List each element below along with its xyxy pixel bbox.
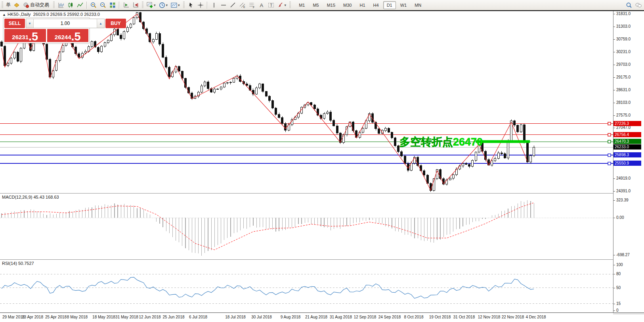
one-click-trading-panel: SELL ▼ ▲ BUY 26231.5 26244.5 (3, 17, 90, 43)
svg-text:E: E (243, 6, 245, 8)
rsi-chart[interactable] (0, 261, 613, 312)
macd-chart[interactable] (0, 194, 613, 259)
arrows-button[interactable]: ▾ (276, 1, 288, 10)
toolbar-grip (2, 2, 3, 9)
axis-tick-label: 29703.0 (613, 62, 631, 67)
axis-tick-label: 0 (613, 308, 619, 313)
toolbar-separator (119, 2, 120, 9)
buy-price-main: 26244 (55, 33, 71, 42)
zoom-in-button[interactable] (89, 1, 98, 10)
timeframe-button-M15[interactable]: M15 (323, 1, 339, 9)
candlestick-chart[interactable]: 多空转折点26470 (0, 11, 613, 193)
chart-title: ▲HK50-,Daily 26029.0 26269.5 25992.0 262… (2, 12, 100, 17)
rsi-label: RSI(14) 50.7527 (2, 261, 34, 266)
toolbar-button-group: 单自动交易▾▾▾EFAT▾ (0, 0, 292, 10)
volume-input[interactable] (33, 19, 97, 28)
timeframe-button-MN[interactable]: MN (411, 1, 425, 9)
main-toolbar: 单自动交易▾▾▾EFAT▾ M1M5M15M30H1H4D1W1MN (0, 0, 644, 10)
timeframe-button-H1[interactable]: H1 (356, 1, 369, 9)
line-handle[interactable] (608, 122, 611, 125)
timeframe-button-M30[interactable]: M30 (340, 1, 355, 9)
timeframe-button-M1[interactable]: M1 (295, 1, 308, 9)
line-handle[interactable] (608, 133, 611, 136)
axis-tick-label: 323.39 (613, 198, 629, 203)
timeframe-button-W1[interactable]: W1 (397, 1, 411, 9)
price-label-26756: 26756.4 (613, 132, 641, 137)
svg-text:T: T (270, 3, 273, 8)
cursor-button[interactable] (187, 1, 195, 10)
tile-windows-button[interactable] (108, 1, 117, 10)
symbol-period-label: HK50-,Daily (8, 12, 31, 17)
line-handle[interactable] (608, 154, 611, 157)
macd-pane[interactable]: MACD(12,26,9) 45.43 168.63 (0, 194, 613, 259)
toolbar-separator (86, 2, 87, 9)
line-handle[interactable] (608, 162, 611, 165)
auto-scroll-button[interactable] (122, 1, 130, 10)
toolbar-grip (53, 2, 55, 9)
chart-shift-button[interactable] (131, 1, 140, 10)
pivot-annotation[interactable]: 多空转折点26470 (399, 136, 483, 148)
text-label-button[interactable]: T (267, 1, 275, 10)
periods-button[interactable]: ▾ (158, 1, 169, 10)
buy-price-fraction: .5 (71, 31, 81, 42)
buy-price-box[interactable]: 26244.5 (47, 29, 89, 42)
indicators-button[interactable]: ▾ (145, 1, 157, 10)
buy-button[interactable]: BUY (105, 19, 126, 28)
macd-histogram (2, 200, 534, 256)
zoom-out-button[interactable] (99, 1, 107, 10)
vertical-line-button[interactable] (210, 1, 218, 10)
time-axis[interactable]: 29 Mar 201813 Apr 201825 Apr 20188 May 2… (0, 313, 613, 322)
macd-label: MACD(12,26,9) 45.43 168.63 (2, 195, 59, 199)
volume-decrease-button[interactable]: ▼ (26, 19, 33, 28)
chart-window: 多空转折点26470 ▲HK50-,Daily 26029.0 26269.5 … (0, 10, 644, 322)
fibonacci-button[interactable]: F (248, 1, 256, 10)
line-chart-button[interactable] (76, 1, 84, 10)
date-tick-label: 30 Jul 2018 (246, 315, 277, 319)
sell-price-fraction: .5 (29, 31, 38, 42)
toolbar-grip (289, 2, 291, 9)
axis-tick-label: -698.27 (613, 253, 630, 257)
channel-button[interactable]: E (238, 1, 247, 10)
templates-button[interactable]: ▾ (170, 1, 181, 10)
axis-tick-label: 29175.0 (613, 75, 631, 80)
dropdown-caret-icon[interactable]: ▾ (285, 3, 287, 7)
line-handle[interactable] (608, 140, 611, 143)
axis-tick-label: 30759.0 (613, 37, 631, 42)
search-button[interactable] (625, 1, 633, 10)
axis-tick-label: 0.00 (613, 215, 624, 220)
sell-price-main: 26231 (12, 33, 29, 42)
gold-ingot-icon[interactable] (12, 1, 21, 10)
toolbar-grip (183, 2, 185, 9)
horizontal-line-button[interactable] (219, 1, 228, 10)
timeframe-button-H4[interactable]: H4 (370, 1, 382, 9)
new-order-button-partial[interactable]: 单 (5, 1, 11, 10)
sell-button[interactable]: SELL (4, 19, 25, 28)
axis-tick-label: 24919.0 (613, 176, 631, 181)
one-click-collapse-icon[interactable]: ▲ (2, 13, 6, 17)
rsi-pane[interactable]: RSI(14) 50.7527 (0, 261, 613, 312)
dropdown-caret-icon[interactable]: ▾ (178, 3, 180, 7)
axis-tick-label: 28103.0 (613, 100, 631, 105)
axis-tick-label: 15 (613, 301, 621, 306)
axis-tick-label: 30231.0 (613, 50, 631, 54)
crosshair-button[interactable] (196, 1, 205, 10)
toolbar-separator (207, 2, 208, 9)
dropdown-caret-icon[interactable]: ▾ (154, 3, 156, 7)
dropdown-caret-icon[interactable]: ▾ (166, 3, 168, 7)
date-tick-label: 4 Dec 2018 (520, 315, 552, 319)
auto-trading-button[interactable]: 自动交易 (22, 1, 51, 10)
sell-price-box[interactable]: 26231.5 (4, 29, 46, 42)
toolbar-grip (142, 2, 143, 9)
axis-tick-label: 27047.0 (613, 125, 631, 130)
chat-button[interactable] (634, 1, 643, 10)
volume-increase-button[interactable]: ▲ (97, 19, 104, 28)
timeframe-button-M5[interactable]: M5 (309, 1, 322, 9)
trendline-button[interactable] (229, 1, 237, 10)
bar-chart-button[interactable] (57, 1, 65, 10)
candlestick-chart-button[interactable] (66, 1, 75, 10)
timeframe-button-D1[interactable]: D1 (383, 1, 396, 9)
main-chart-pane[interactable]: 多空转折点26470 ▲HK50-,Daily 26029.0 26269.5 … (0, 11, 613, 193)
price-axis[interactable]: 31831.031303.030759.030231.029703.029175… (613, 11, 644, 312)
volume-stepper: ▼ ▲ (26, 19, 105, 28)
text-button[interactable]: A (257, 1, 266, 10)
